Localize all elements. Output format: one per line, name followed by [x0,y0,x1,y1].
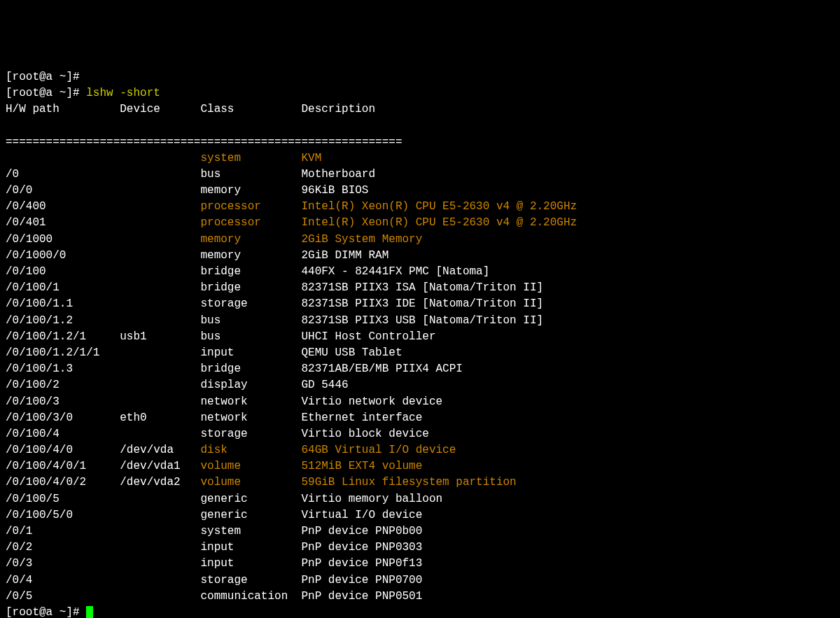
cell-class: bridge [200,280,301,296]
header-class: Class [200,101,301,118]
cell-device: eth0 [120,410,200,426]
cell-path: /0/1 [6,524,120,540]
cell-description: 96KiB BIOS [301,183,368,199]
table-row: /0/100/4/0/2/dev/vda2volume59GiB Linux f… [6,475,834,491]
cell-description: PnP device PNP0700 [301,573,422,589]
cell-class: network [200,410,301,426]
cell-class: processor [200,215,301,231]
cell-device: /dev/vda2 [120,475,200,491]
cell-class: storage [200,426,301,442]
cell-class: volume [200,458,301,475]
cell-class: generic [200,507,301,524]
cell-class: memory [200,248,301,264]
cell-class: memory [200,183,301,199]
cell-device: /dev/vda1 [120,458,200,475]
table-row: /0/1000/0memory2GiB DIMM RAM [6,248,834,264]
cell-description: 59GiB Linux filesystem partition [301,475,516,491]
cell-path: /0/100/4/0/1 [6,458,120,475]
cell-class: disk [200,442,301,458]
cell-class: bridge [200,264,301,280]
cell-class: volume [200,475,301,491]
prompt-line-final[interactable]: [root@a ~]# [6,606,93,618]
cell-device: usb1 [120,329,200,345]
cell-device: /dev/vda [120,442,200,458]
cell-path: /0/100/1.2/1/1 [6,345,120,361]
cell-class: bus [200,329,301,345]
cell-description: UHCI Host Controller [301,329,435,345]
cell-description: Ethernet interface [301,410,422,426]
cell-class: generic [200,491,301,507]
table-row: /0/100/2displayGD 5446 [6,377,834,393]
cell-path: /0/100/5/0 [6,507,120,524]
table-header: H/W pathDeviceClassDescription [6,101,834,118]
cell-path: /0/100/3 [6,394,120,410]
table-row: /0/4storagePnP device PNP0700 [6,573,834,589]
cell-path: /0 [6,167,120,183]
table-row: /0/100/1.3bridge82371AB/EB/MB PIIX4 ACPI [6,361,834,377]
lshw-output-body: systemKVM/0busMotherboard/0/0memory96KiB… [6,150,834,605]
cell-class: display [200,377,301,393]
table-row: /0/100/3/0eth0networkEthernet interface [6,410,834,426]
cell-class: input [200,556,301,572]
cell-description: PnP device PNP0f13 [301,556,422,572]
cell-description: Intel(R) Xeon(R) CPU E5-2630 v4 @ 2.20GH… [301,199,577,215]
table-row: /0/2inputPnP device PNP0303 [6,540,834,556]
cell-class: input [200,345,301,361]
cell-description: 440FX - 82441FX PMC [Natoma] [301,264,489,280]
separator-line: ========================================… [6,136,402,148]
cell-description: 64GB Virtual I/O device [301,442,456,458]
cell-path: /0/100/1.3 [6,361,120,377]
prompt-prefix: [root@a ~]# [6,87,86,99]
cell-path: /0/0 [6,183,120,199]
cell-description: PnP device PNP0b00 [301,524,422,540]
cell-description: 82371SB PIIX3 IDE [Natoma/Triton II] [301,296,543,312]
cursor-icon [86,606,93,618]
table-row: /0/100bridge440FX - 82441FX PMC [Natoma] [6,264,834,280]
prompt-prefix-final: [root@a ~]# [6,606,86,618]
cell-path: /0/400 [6,199,120,215]
cell-description: Virtio network device [301,394,442,410]
cell-class: input [200,540,301,556]
cell-description: 82371SB PIIX3 ISA [Natoma/Triton II] [301,280,543,296]
header-path: H/W path [6,101,120,118]
cell-class: network [200,394,301,410]
cell-description: 82371AB/EB/MB PIIX4 ACPI [301,361,462,377]
table-row: /0/100/3networkVirtio network device [6,394,834,410]
command-text: lshw -short [86,87,160,99]
cell-path: /0/100/4 [6,426,120,442]
cell-path: /0/100/3/0 [6,410,120,426]
cell-path: /0/2 [6,540,120,556]
cell-path: /0/100/4/0 [6,442,120,458]
cell-description: GD 5446 [301,377,348,393]
cell-description: Motherboard [301,167,375,183]
cell-description: 2GiB System Memory [301,232,422,248]
table-row: /0/400processorIntel(R) Xeon(R) CPU E5-2… [6,199,834,215]
table-row: /0/100/1.1storage82371SB PIIX3 IDE [Nato… [6,296,834,312]
cell-path: /0/3 [6,556,120,572]
table-row: /0busMotherboard [6,167,834,183]
cell-path: /0/100/1 [6,280,120,296]
cell-description: PnP device PNP0501 [301,589,422,605]
cell-class: bus [200,313,301,329]
cell-description: Virtio memory balloon [301,491,442,507]
cell-path: /0/4 [6,573,120,589]
cell-path: /0/401 [6,215,120,231]
cell-class: bus [200,167,301,183]
cell-class: memory [200,232,301,248]
table-row: /0/100/4/0/1/dev/vda1volume512MiB EXT4 v… [6,458,834,475]
table-row: /0/1000memory2GiB System Memory [6,232,834,248]
table-row: /0/100/1bridge82371SB PIIX3 ISA [Natoma/… [6,280,834,296]
cell-description: QEMU USB Tablet [301,345,402,361]
cell-path: /0/1000/0 [6,248,120,264]
table-row: /0/401processorIntel(R) Xeon(R) CPU E5-2… [6,215,834,231]
cell-description: 512MiB EXT4 volume [301,458,422,475]
table-row: /0/3inputPnP device PNP0f13 [6,556,834,572]
cell-description: PnP device PNP0303 [301,540,422,556]
cell-class: bridge [200,361,301,377]
prompt-line-2[interactable]: [root@a ~]# lshw -short [6,87,160,99]
cell-path: /0/100 [6,264,120,280]
cell-description: Virtual I/O device [301,507,422,524]
table-row: /0/100/1.2/1usb1busUHCI Host Controller [6,329,834,345]
cell-path: /0/5 [6,589,120,605]
cell-path: /0/1000 [6,232,120,248]
